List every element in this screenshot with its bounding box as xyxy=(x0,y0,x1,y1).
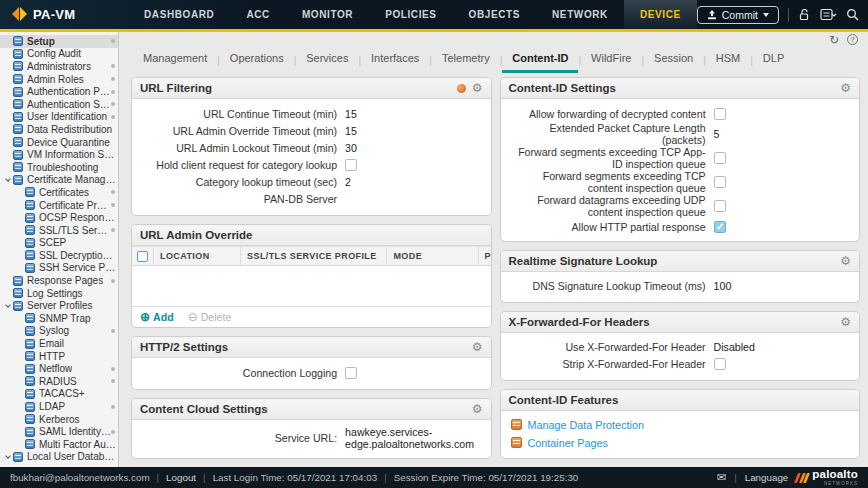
sidebar-item-config-audit[interactable]: Config Audit xyxy=(0,48,118,61)
brand-name: PA-VM xyxy=(33,7,75,22)
form-row-forward-segments-exceeding-tcp-app-id-inspection-queue: Forward segments exceeding TCP App-ID in… xyxy=(511,146,850,170)
chevron-down-icon[interactable] xyxy=(5,453,11,459)
sidebar-item-tacacs[interactable]: TACACS+ xyxy=(0,388,118,401)
lock-icon[interactable] xyxy=(798,8,811,21)
sidebar-item-ldap[interactable]: LDAP xyxy=(0,400,118,413)
allow-forwarding-of-decrypted-content-checkbox[interactable] xyxy=(714,108,726,120)
gear-icon[interactable]: ⚙ xyxy=(472,403,483,415)
column-header[interactable]: LOCATION xyxy=(154,247,241,265)
sidebar-item-data-redistribution[interactable]: Data Redistribution xyxy=(0,123,118,136)
tab-content-id[interactable]: Content-ID xyxy=(502,48,578,73)
sidebar-item-netflow[interactable]: Netflow xyxy=(0,362,118,375)
sidebar-item-admin-roles[interactable]: Admin Roles xyxy=(0,73,118,86)
item-marker-icon xyxy=(111,279,115,283)
sidebar-item-ssh-service-profile[interactable]: SSH Service Profile xyxy=(0,262,118,275)
sidebar-item-label: SCEP xyxy=(39,237,66,248)
tab-dlp[interactable]: DLP xyxy=(753,48,794,73)
column-header[interactable]: PROPERTIES xyxy=(479,247,491,265)
delete-button[interactable]: ⊖ Delete xyxy=(188,311,232,323)
gear-icon[interactable]: ⚙ xyxy=(840,255,851,267)
sidebar-item-ssl-decryption-exclusion[interactable]: SSL Decryption Exclusion xyxy=(0,249,118,262)
column-header[interactable]: MODE xyxy=(387,247,478,265)
tab-wildfire[interactable]: WildFire xyxy=(581,48,641,73)
nav-tab-monitor[interactable]: MONITOR xyxy=(286,0,369,29)
sidebar-item-administrators[interactable]: Administrators xyxy=(0,60,118,73)
commit-label: Commit xyxy=(722,9,758,21)
hold-client-request-for-category-lookup-checkbox[interactable] xyxy=(345,159,357,171)
sidebar-item-device-quarantine[interactable]: Device Quarantine xyxy=(0,136,118,149)
sidebar-item-authentication-sequence[interactable]: Authentication Sequence xyxy=(0,98,118,111)
link-container-pages[interactable]: Container Pages xyxy=(511,434,850,452)
sidebar-item-radius[interactable]: RADIUS xyxy=(0,375,118,388)
search-icon[interactable] xyxy=(846,8,859,21)
item-marker-icon xyxy=(111,367,115,371)
sidebar-item-ocsp-responder[interactable]: OCSP Responder xyxy=(0,211,118,224)
forward-datagrams-exceeding-udp-content-inspection-queue-checkbox[interactable] xyxy=(714,200,726,212)
sidebar-item-saml-identity-provider[interactable]: SAML Identity Provider xyxy=(0,425,118,438)
url-filtering-header: URL Filtering ⚙ xyxy=(132,78,491,99)
link-manage-data-protection[interactable]: Manage Data Protection xyxy=(511,416,850,434)
sidebar-item-authentication-profile[interactable]: Authentication Profile xyxy=(0,85,118,98)
panel-title: X-Forwarded-For Headers xyxy=(509,316,650,328)
forward-segments-exceeding-tcp-content-inspection-queue-checkbox[interactable] xyxy=(714,176,726,188)
column-header[interactable]: SSL/TLS SERVICE PROFILE xyxy=(241,247,387,265)
commit-button[interactable]: Commit xyxy=(697,6,779,24)
connection-logging-checkbox[interactable] xyxy=(345,367,357,379)
sidebar-item-multi-factor-authentication[interactable]: Multi Factor Authentication xyxy=(0,438,118,451)
gear-icon[interactable]: ⚙ xyxy=(472,82,483,94)
tab-management[interactable]: Management xyxy=(133,48,217,73)
sidebar-item-certificate-management[interactable]: Certificate Management xyxy=(0,174,118,187)
tab-operations[interactable]: Operations xyxy=(220,48,294,73)
sidebar-item-kerberos[interactable]: Kerberos xyxy=(0,413,118,426)
paloalto-logo: paloalto NETWORKS xyxy=(796,469,858,487)
refresh-icon[interactable]: ↻ xyxy=(829,34,839,46)
config-tasks-icon[interactable] xyxy=(820,8,837,21)
nav-tab-objects[interactable]: OBJECTS xyxy=(453,0,536,29)
sidebar-item-http[interactable]: HTTP xyxy=(0,350,118,363)
sidebar-item-troubleshooting[interactable]: Troubleshooting xyxy=(0,161,118,174)
nav-tab-acc[interactable]: ACC xyxy=(230,0,285,29)
sidebar-item-syslog[interactable]: Syslog xyxy=(0,325,118,338)
sidebar-item-response-pages[interactable]: Response Pages xyxy=(0,274,118,287)
tab-hsm[interactable]: HSM xyxy=(706,48,750,73)
field-label: Connection Logging xyxy=(142,367,345,379)
chevron-down-icon[interactable] xyxy=(5,302,11,308)
gear-icon[interactable]: ⚙ xyxy=(840,82,851,94)
strip-x-forwarded-for-header-checkbox[interactable] xyxy=(714,358,726,370)
allow-http-partial-response-checkbox[interactable] xyxy=(714,221,726,233)
sidebar-item-snmp-trap[interactable]: SNMP Trap xyxy=(0,312,118,325)
sidebar-item-user-identification[interactable]: User Identification xyxy=(0,111,118,124)
sidebar-item-server-profiles[interactable]: Server Profiles xyxy=(0,299,118,312)
sidebar-item-certificate-profile[interactable]: Certificate Profile xyxy=(0,199,118,212)
sidebar-item-scep[interactable]: SCEP xyxy=(0,237,118,250)
select-all-checkbox[interactable] xyxy=(137,251,148,262)
add-button[interactable]: ⊕ Add xyxy=(140,311,174,323)
nav-tab-dashboard[interactable]: DASHBOARD xyxy=(128,0,230,29)
tab-services[interactable]: Services xyxy=(296,48,358,73)
nav-tab-device[interactable]: DEVICE xyxy=(624,0,697,29)
sidebar-item-ssl-tls-service-profile[interactable]: SSL/TLS Service Profile xyxy=(0,224,118,237)
sidebar-item-vm-information-sources[interactable]: VM Information Sources xyxy=(0,148,118,161)
language-link[interactable]: Language xyxy=(745,472,789,483)
messages-icon[interactable]: ✉ xyxy=(717,471,726,484)
nav-tab-network[interactable]: NETWORK xyxy=(536,0,624,29)
tab-interfaces[interactable]: Interfaces xyxy=(361,48,429,73)
gear-icon[interactable]: ⚙ xyxy=(472,341,483,353)
tab-telemetry[interactable]: Telemetry xyxy=(432,48,500,73)
sidebar-item-label: Admin Roles xyxy=(27,74,84,85)
gear-icon[interactable]: ⚙ xyxy=(840,316,851,328)
chevron-down-icon[interactable] xyxy=(5,176,11,182)
forward-segments-exceeding-tcp-app-id-inspection-queue-checkbox[interactable] xyxy=(714,152,726,164)
logout-link[interactable]: Logout xyxy=(166,472,196,483)
sidebar-item-label: Setup xyxy=(27,36,55,47)
item-marker-icon xyxy=(111,190,115,194)
sidebar-item-setup[interactable]: Setup xyxy=(0,35,118,48)
pan-db-status-icon[interactable] xyxy=(457,84,466,93)
tab-session[interactable]: Session xyxy=(644,48,703,73)
sidebar-item-certificates[interactable]: Certificates xyxy=(0,186,118,199)
sidebar-item-email[interactable]: Email xyxy=(0,337,118,350)
sidebar-item-local-user-database[interactable]: Local User Database xyxy=(0,451,118,464)
help-icon[interactable]: ? xyxy=(847,34,858,45)
sidebar-item-log-settings[interactable]: Log Settings xyxy=(0,287,118,300)
nav-tab-policies[interactable]: POLICIES xyxy=(369,0,452,29)
